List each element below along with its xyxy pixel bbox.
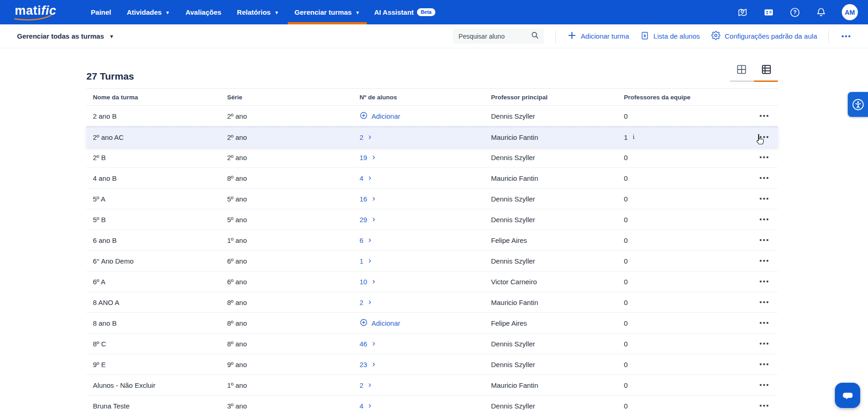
row-more-options-button[interactable]: •••: [760, 278, 782, 285]
row-more-options-button[interactable]: •••: [760, 154, 782, 161]
nav-item-relatorios[interactable]: Relatórios ▼: [229, 0, 286, 24]
add-students-button[interactable]: Adicionar: [360, 318, 400, 328]
row-more-options-button[interactable]: •••: [760, 236, 782, 244]
student-count-link[interactable]: 2 ›: [360, 381, 371, 389]
team-teachers-cell: 0 i: [624, 402, 760, 410]
table-row[interactable]: 5º B 5º ano 29 › Dennis Szyller 0 i •••: [86, 209, 778, 230]
table-row[interactable]: 2º ano AC 2º ano 2 › Mauricio Fantin 1 i…: [86, 126, 778, 147]
team-teachers-count: 0: [624, 236, 628, 244]
table-row[interactable]: 8 ANO A 8º ano 2 › Mauricio Fantin 0 i •…: [86, 292, 778, 313]
add-students-button[interactable]: Adicionar: [360, 111, 400, 121]
row-more-options-button[interactable]: •••: [760, 402, 782, 409]
row-more-options-button[interactable]: •••: [760, 299, 782, 306]
search-input[interactable]: [458, 33, 531, 40]
document-download-icon: [640, 31, 649, 41]
students-cell: 19 ›: [360, 153, 491, 161]
table-row[interactable]: 4 ano B 8º ano 4 › Mauricio Fantin 0 i •…: [86, 168, 778, 189]
add-class-button[interactable]: Adicionar turma: [567, 31, 629, 41]
student-count-link[interactable]: 19 ›: [360, 153, 375, 161]
main-teacher-cell: Dennis Szyller: [491, 402, 624, 410]
help-icon[interactable]: ?: [789, 7, 800, 18]
student-count-link[interactable]: 4 ›: [360, 174, 371, 182]
matific-logo[interactable]: matific: [15, 5, 57, 20]
row-more-options-button[interactable]: •••: [760, 257, 782, 264]
student-count-link[interactable]: 2 ›: [360, 298, 371, 306]
row-more-options-button[interactable]: •••: [760, 319, 782, 327]
chat-widget-button[interactable]: [835, 383, 860, 408]
grade-cell: 1º ano: [227, 236, 360, 244]
chevron-right-icon: ›: [372, 153, 375, 161]
student-count-link[interactable]: 29 ›: [360, 215, 375, 224]
student-count: 16: [360, 195, 367, 203]
student-count-link[interactable]: 23 ›: [360, 360, 375, 368]
info-icon[interactable]: i: [633, 134, 634, 140]
student-count: 1: [360, 257, 363, 265]
nav-item-avaliacoes[interactable]: Avaliações: [178, 0, 229, 24]
student-count-link[interactable]: 10 ›: [360, 277, 375, 286]
map-location-icon[interactable]: [737, 7, 748, 18]
row-more-options-button[interactable]: •••: [760, 133, 782, 141]
student-count-link[interactable]: 4 ›: [360, 402, 371, 410]
class-default-settings-button[interactable]: Configurações padrão da aula: [711, 31, 817, 41]
grade-cell: 3º ano: [227, 402, 360, 410]
nav-item-ai-assistant[interactable]: AI Assistant Beta: [374, 0, 435, 24]
table-row[interactable]: 2º B 2º ano 19 › Dennis Szyller 0 i •••: [86, 147, 778, 168]
table-row[interactable]: 9º E 9º ano 23 › Dennis Szyller 0 i •••: [86, 354, 778, 375]
beta-badge: Beta: [417, 8, 435, 16]
avatar[interactable]: AM: [842, 4, 858, 20]
row-more-options-button[interactable]: •••: [760, 340, 782, 347]
nav-label: AI Assistant: [374, 8, 414, 16]
students-cell: 2 ›: [360, 381, 491, 389]
row-more-options-button[interactable]: •••: [760, 195, 782, 202]
table-row[interactable]: 5º A 5º ano 16 › Dennis Szyller 0 i •••: [86, 189, 778, 209]
grid-view-toggle[interactable]: [735, 63, 748, 75]
navbar-right-actions: ? AM: [737, 4, 858, 20]
grade-cell: 8º ano: [227, 299, 360, 306]
more-options-button[interactable]: •••: [840, 32, 852, 40]
row-more-options-button[interactable]: •••: [760, 112, 782, 120]
nav-item-gerenciar-turmas[interactable]: Gerenciar turmas ▼: [287, 0, 368, 24]
student-count-link[interactable]: 6 ›: [360, 236, 371, 244]
student-list-button[interactable]: Lista de alunos: [640, 31, 700, 41]
class-name-cell: 6º A: [93, 278, 227, 286]
list-view-toggle[interactable]: [760, 63, 772, 75]
nav-label: Relatórios: [237, 8, 270, 16]
chevron-down-icon: ▼: [166, 10, 170, 15]
table-row[interactable]: 6º A 6º ano 10 › Victor Carneiro 0 i •••: [86, 271, 778, 292]
chevron-right-icon: ›: [372, 277, 375, 285]
class-name-cell: 8 ano B: [93, 319, 227, 327]
page-title: 27 Turmas: [86, 71, 134, 82]
id-card-icon[interactable]: [763, 7, 774, 18]
student-count-link[interactable]: 46 ›: [360, 339, 375, 348]
search-icon[interactable]: [531, 31, 539, 41]
nav-item-painel[interactable]: Painel: [83, 0, 119, 24]
main-teacher-cell: Mauricio Fantin: [491, 133, 624, 141]
accessibility-widget-button[interactable]: [848, 92, 868, 117]
nav-item-atividades[interactable]: Atividades ▼: [119, 0, 178, 24]
table-row[interactable]: 8 ano B 8º ano › Adicionar Felipe Aires …: [86, 313, 778, 334]
student-count-link[interactable]: 1 ›: [360, 257, 371, 265]
row-more-options-button[interactable]: •••: [760, 381, 782, 389]
row-more-options-button[interactable]: •••: [760, 361, 782, 368]
student-count-link[interactable]: 2 ›: [360, 133, 371, 141]
main-teacher-cell: Dennis Szyller: [491, 195, 624, 203]
table-row[interactable]: Alunos - Não Excluir 1º ano 2 › Mauricio…: [86, 375, 778, 396]
main-teacher-cell: Dennis Szyller: [491, 112, 624, 120]
notifications-bell-icon[interactable]: [816, 7, 827, 18]
row-more-options-button[interactable]: •••: [760, 216, 782, 223]
class-name-cell: 4 ano B: [93, 174, 227, 182]
students-cell: 4 ›: [360, 174, 491, 182]
table-row[interactable]: 6° Ano Demo 6º ano 1 › Dennis Szyller 0 …: [86, 251, 778, 271]
top-navbar: matific Painel Atividades ▼ Avaliações R…: [0, 0, 868, 24]
students-cell: 1 ›: [360, 257, 491, 265]
row-more-options-button[interactable]: •••: [760, 174, 782, 182]
context-selector-dropdown[interactable]: Gerenciar todas as turmas ▼: [17, 32, 114, 40]
student-count: 10: [360, 278, 367, 286]
table-row[interactable]: 8º C 8º ano 46 › Dennis Szyller 0 i •••: [86, 334, 778, 354]
students-cell: 10 ›: [360, 277, 491, 286]
avatar-initials: AM: [845, 9, 855, 16]
table-row[interactable]: 6 ano B 1º ano 6 › Felipe Aires 0 i •••: [86, 230, 778, 251]
table-row[interactable]: 2 ano B 2º ano › Adicionar Dennis Szylle…: [86, 106, 778, 126]
table-row[interactable]: Bruna Teste 3º ano 4 › Dennis Szyller 0 …: [86, 396, 778, 414]
student-count-link[interactable]: 16 ›: [360, 195, 375, 203]
